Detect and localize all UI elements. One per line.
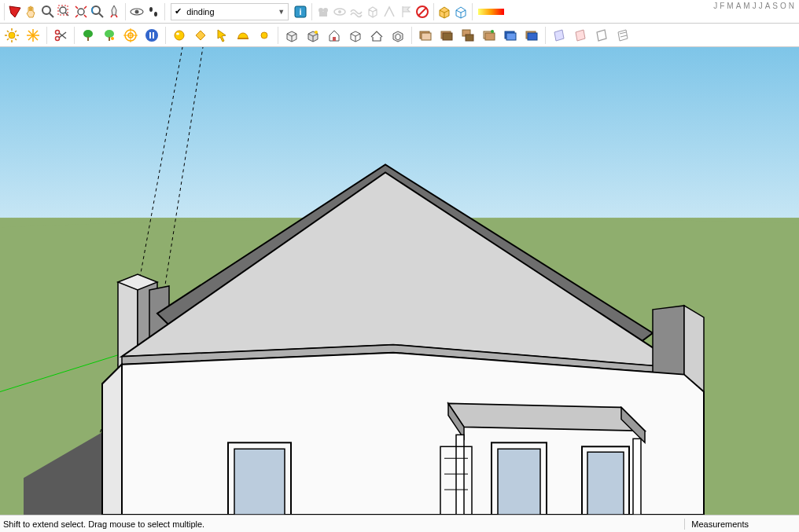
style-box-icon[interactable] bbox=[436, 2, 452, 22]
svg-rect-107 bbox=[587, 452, 624, 515]
style-cube-icon[interactable] bbox=[453, 2, 469, 22]
svg-point-12 bbox=[154, 12, 157, 17]
zoom-window-icon[interactable] bbox=[57, 2, 72, 22]
svg-marker-93 bbox=[448, 403, 645, 431]
zoom-previous-icon[interactable] bbox=[90, 2, 105, 22]
roof-icon[interactable] bbox=[366, 25, 387, 46]
diamond-icon[interactable] bbox=[190, 25, 211, 46]
svg-rect-99 bbox=[234, 449, 285, 515]
svg-point-19 bbox=[338, 10, 341, 13]
roof-open-icon[interactable] bbox=[388, 25, 408, 46]
svg-rect-55 bbox=[237, 38, 249, 39]
scissors-icon[interactable] bbox=[50, 25, 71, 46]
pause-icon[interactable] bbox=[142, 25, 162, 46]
box-open-icon[interactable] bbox=[345, 25, 366, 46]
svg-point-22 bbox=[9, 32, 15, 39]
separator bbox=[278, 27, 278, 44]
svg-marker-53 bbox=[196, 31, 205, 40]
star-burst-icon[interactable] bbox=[23, 25, 43, 46]
sheet-3-icon[interactable] bbox=[591, 25, 612, 46]
layer-dropdown[interactable]: ✔ dinding ▼ bbox=[171, 3, 289, 20]
svg-rect-66 bbox=[485, 33, 495, 40]
sheet-4-icon[interactable] bbox=[613, 25, 633, 46]
rocket-icon[interactable] bbox=[106, 2, 122, 22]
svg-point-43 bbox=[111, 37, 114, 40]
tree-2-icon[interactable] bbox=[99, 25, 120, 46]
target-icon[interactable] bbox=[120, 25, 141, 46]
svg-point-41 bbox=[105, 30, 114, 38]
pointer-icon[interactable] bbox=[212, 25, 232, 46]
svg-line-28 bbox=[15, 39, 17, 40]
dot-icon[interactable] bbox=[254, 25, 274, 46]
svg-rect-62 bbox=[443, 33, 452, 40]
check-icon: ✔ bbox=[175, 6, 182, 17]
shadow-settings-icon[interactable] bbox=[315, 2, 331, 22]
svg-line-29 bbox=[7, 39, 9, 40]
month-strip[interactable]: JFMAMJJASON bbox=[712, 2, 796, 10]
dropdown-arrow-icon: ▼ bbox=[278, 8, 285, 16]
sheet-1-icon[interactable] bbox=[549, 25, 569, 46]
svg-point-1 bbox=[42, 6, 50, 14]
layer-2-icon[interactable] bbox=[436, 25, 457, 46]
box-2-icon[interactable] bbox=[303, 25, 323, 46]
svg-point-57 bbox=[315, 31, 318, 34]
svg-rect-71 bbox=[528, 33, 537, 40]
shadow-wave-icon[interactable] bbox=[348, 2, 364, 22]
shadow-gradient-bar bbox=[478, 9, 504, 15]
shadow-flag-icon[interactable] bbox=[398, 2, 414, 22]
shadow-edge-icon[interactable] bbox=[381, 2, 397, 22]
separator bbox=[74, 27, 75, 44]
tree-1-icon[interactable] bbox=[78, 25, 98, 46]
zoom-extents-icon[interactable] bbox=[73, 2, 89, 22]
svg-point-67 bbox=[491, 30, 494, 33]
layer-6-icon[interactable] bbox=[521, 25, 542, 46]
svg-rect-40 bbox=[87, 37, 89, 41]
svg-point-39 bbox=[83, 30, 93, 38]
layer-3-icon[interactable] bbox=[458, 25, 478, 46]
svg-rect-17 bbox=[319, 12, 327, 17]
footprints-icon[interactable] bbox=[145, 2, 161, 22]
eye-icon[interactable] bbox=[129, 2, 145, 22]
svg-line-37 bbox=[59, 33, 66, 39]
separator bbox=[545, 27, 546, 44]
svg-rect-42 bbox=[109, 37, 110, 41]
svg-point-11 bbox=[149, 7, 153, 12]
sheet-2-icon[interactable] bbox=[570, 25, 591, 46]
viewport-3d[interactable] bbox=[0, 47, 799, 515]
svg-point-51 bbox=[175, 31, 184, 40]
svg-point-56 bbox=[261, 32, 267, 39]
layer-selected-label: dinding bbox=[186, 7, 214, 17]
helmet-icon[interactable] bbox=[233, 25, 253, 46]
svg-line-27 bbox=[7, 31, 9, 32]
svg-rect-97 bbox=[633, 438, 641, 515]
zoom-icon[interactable] bbox=[40, 2, 56, 22]
svg-point-3 bbox=[60, 7, 66, 13]
sphere-icon[interactable] bbox=[169, 25, 190, 46]
svg-rect-58 bbox=[333, 37, 336, 41]
status-hint: Shift to extend select. Drag mouse to se… bbox=[3, 519, 678, 529]
svg-line-38 bbox=[59, 32, 66, 38]
block-icon[interactable] bbox=[414, 2, 430, 22]
layer-5-icon[interactable] bbox=[500, 25, 521, 46]
layer-4-icon[interactable] bbox=[479, 25, 499, 46]
svg-point-10 bbox=[134, 9, 138, 13]
house-icon[interactable] bbox=[324, 25, 344, 46]
layers-info-icon[interactable]: i bbox=[293, 2, 308, 22]
status-bar: Shift to extend select. Drag mouse to se… bbox=[0, 515, 799, 532]
hand-icon[interactable] bbox=[24, 2, 39, 22]
shadow-eye-icon[interactable] bbox=[332, 2, 348, 22]
layer-1-icon[interactable] bbox=[415, 25, 436, 46]
box-1-icon[interactable] bbox=[282, 25, 302, 46]
svg-text:i: i bbox=[300, 7, 302, 17]
svg-marker-0 bbox=[9, 6, 20, 17]
toolbar-row-2 bbox=[0, 24, 799, 47]
sun-icon[interactable] bbox=[2, 25, 22, 46]
shadow-cube-icon[interactable] bbox=[365, 2, 381, 22]
svg-rect-60 bbox=[422, 33, 431, 40]
svg-rect-105 bbox=[498, 449, 540, 515]
svg-rect-49 bbox=[149, 32, 151, 39]
kite-icon[interactable] bbox=[7, 2, 23, 22]
svg-line-8 bbox=[99, 13, 103, 17]
svg-line-30 bbox=[15, 31, 17, 32]
svg-line-21 bbox=[418, 8, 426, 16]
